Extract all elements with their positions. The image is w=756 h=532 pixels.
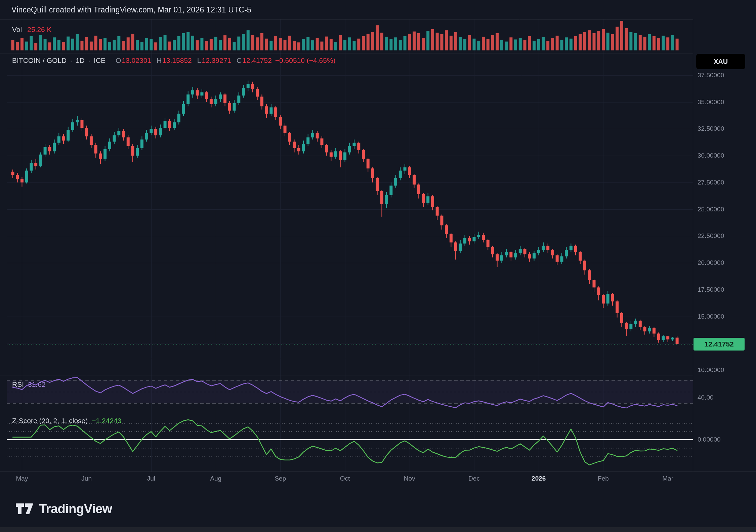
currency-button[interactable]: XAU — [696, 54, 745, 69]
chart-canvas[interactable] — [0, 0, 756, 532]
ohlc-close-key: C — [237, 56, 242, 64]
time-axis-label: Dec — [468, 475, 480, 482]
ohlc-high: H13.15852 — [155, 56, 192, 65]
time-axis-label: Nov — [404, 475, 415, 482]
price-axis-label: 10.00000 — [698, 366, 724, 374]
price-axis-label: 32.50000 — [698, 125, 724, 132]
price-axis-label: 37.50000 — [698, 72, 724, 79]
footer: TradingView — [0, 487, 756, 527]
price-axis-label: 17.50000 — [698, 286, 724, 293]
time-axis-label: 2026 — [532, 475, 546, 482]
ohlc-low: L12.39271 — [195, 56, 231, 65]
time-axis-label: May — [16, 475, 28, 482]
ohlc-open: O13.02301 — [114, 56, 151, 65]
volume-legend[interactable]: Vol 25.26 K — [12, 26, 52, 34]
ohlc-close: C12.41752 — [235, 56, 272, 65]
ohlc-open-key: O — [116, 56, 121, 64]
legend-separator: · — [88, 56, 90, 65]
watermark-header: VinceQuill created with TradingView.com,… — [11, 5, 251, 14]
zscore-axis-label: 0.00000 — [698, 436, 721, 443]
tradingview-brand: TradingView — [39, 502, 112, 516]
volume-label: Vol — [12, 26, 22, 34]
rsi-value: 31.62 — [28, 380, 46, 388]
ohlc-close-value: 12.41752 — [242, 56, 272, 64]
bottom-strip — [0, 527, 756, 532]
time-axis-label: Sep — [275, 475, 286, 482]
ohlc-low-value: 12.39271 — [202, 56, 231, 64]
ohlc-high-value: 13.15852 — [162, 56, 192, 64]
rsi-axis-label: 40.00 — [698, 394, 714, 401]
price-axis-label: 25.00000 — [698, 206, 724, 213]
zscore-label: Z-Score (20, 2, 1, close) — [12, 417, 88, 425]
price-axis-label: 35.00000 — [698, 98, 724, 106]
time-axis-label: Aug — [210, 475, 221, 482]
price-axis-label: 27.50000 — [698, 179, 724, 186]
time-axis-label: Jun — [81, 475, 92, 482]
time-axis-label: Oct — [340, 475, 350, 482]
price-scale[interactable]: XAU 37.5000035.0000032.5000030.0000027.5… — [693, 19, 756, 472]
volume-value: 25.26 K — [27, 26, 51, 34]
ohlc-open-value: 13.02301 — [122, 56, 151, 64]
last-price-tag: 12.41752 — [694, 338, 745, 351]
symbol-legend[interactable]: BITCOIN / GOLD · 1D · ICE O13.02301 H13.… — [12, 56, 336, 65]
legend-separator: · — [70, 56, 72, 65]
price-axis-label: 30.00000 — [698, 152, 724, 159]
price-axis-label: 22.50000 — [698, 232, 724, 240]
ohlc-high-key: H — [157, 56, 162, 64]
time-axis-label: Feb — [598, 475, 609, 482]
time-scale[interactable]: MayJunJulAugSepOctNovDec2026FebMar — [0, 472, 756, 487]
price-axis-label: 15.00000 — [698, 313, 724, 320]
tradingview-logo[interactable]: TradingView — [15, 501, 112, 517]
zscore-legend[interactable]: Z-Score (20, 2, 1, close) −1.24243 — [12, 417, 121, 425]
symbol-exchange: ICE — [94, 56, 106, 65]
symbol-name: BITCOIN / GOLD — [12, 56, 67, 65]
symbol-interval: 1D — [76, 56, 85, 65]
tradingview-logo-icon — [15, 501, 34, 517]
time-axis-label: Jul — [147, 475, 155, 482]
time-axis-label: Mar — [662, 475, 673, 482]
rsi-label: RSI — [12, 380, 24, 388]
rsi-legend[interactable]: RSI 31.62 — [12, 380, 46, 388]
price-axis-label: 20.00000 — [698, 259, 724, 267]
ohlc-change: −0.60510 (−4.65%) — [275, 56, 336, 65]
zscore-value: −1.24243 — [92, 417, 121, 425]
ohlc-low-key: L — [197, 56, 201, 64]
